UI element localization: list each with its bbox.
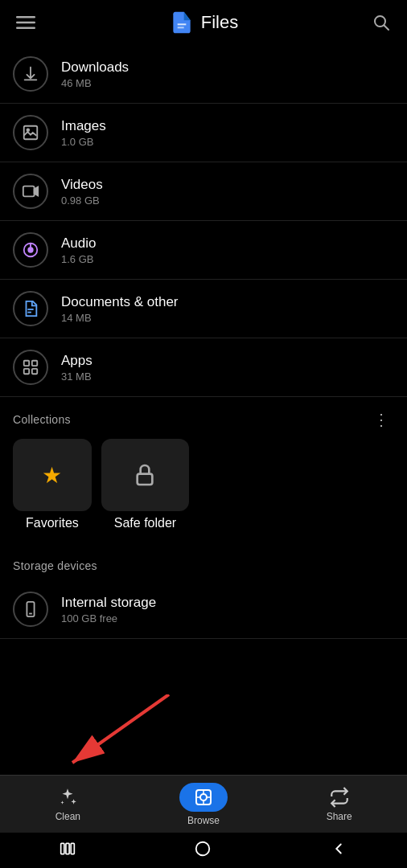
collections-more-button[interactable]: ⋮ bbox=[368, 408, 394, 431]
apps-label: Apps bbox=[61, 353, 92, 369]
recents-button[interactable] bbox=[43, 834, 92, 867]
svg-rect-14 bbox=[24, 361, 29, 366]
browse-pill bbox=[179, 783, 228, 812]
images-size: 1.0 GB bbox=[61, 136, 106, 148]
browse-icon bbox=[194, 788, 213, 807]
documents-icon bbox=[13, 291, 48, 326]
share-icon bbox=[329, 787, 350, 808]
collection-item-safe-folder[interactable]: Safe folder bbox=[101, 439, 189, 537]
home-button[interactable] bbox=[178, 833, 228, 868]
top-bar: Files bbox=[0, 0, 407, 45]
hamburger-button[interactable] bbox=[13, 10, 39, 35]
images-label: Images bbox=[61, 118, 106, 134]
svg-point-32 bbox=[196, 841, 210, 855]
collection-item-favorites[interactable]: ★ Favorites bbox=[13, 439, 92, 537]
app-title: Files bbox=[201, 12, 238, 33]
internal-storage-label: Internal storage bbox=[61, 595, 156, 611]
nav-item-browse[interactable]: Browse bbox=[136, 776, 272, 833]
file-item-apps[interactable]: Apps 31 MB bbox=[0, 338, 407, 397]
favorites-label: Favorites bbox=[13, 511, 92, 537]
audio-icon bbox=[13, 232, 48, 268]
file-item-downloads[interactable]: Downloads 46 MB bbox=[0, 45, 407, 104]
app-icon bbox=[169, 10, 195, 35]
videos-icon bbox=[13, 174, 48, 209]
svg-line-4 bbox=[384, 26, 388, 31]
svg-line-22 bbox=[72, 694, 169, 763]
file-category-list: Downloads 46 MB Images 1.0 GB Videos 0.9… bbox=[0, 45, 407, 397]
svg-rect-16 bbox=[24, 369, 29, 374]
annotation-arrow bbox=[48, 694, 177, 775]
svg-point-10 bbox=[28, 248, 33, 252]
storage-header: Storage devices bbox=[0, 548, 407, 580]
videos-label: Videos bbox=[61, 177, 103, 193]
downloads-size: 46 MB bbox=[61, 77, 129, 89]
file-item-documents[interactable]: Documents & other 14 MB bbox=[0, 280, 407, 338]
audio-label: Audio bbox=[61, 235, 96, 252]
share-nav-label: Share bbox=[327, 811, 352, 822]
system-nav-bar bbox=[0, 833, 407, 868]
documents-size: 14 MB bbox=[61, 312, 179, 324]
safe-folder-label: Safe folder bbox=[101, 511, 189, 537]
svg-rect-18 bbox=[138, 474, 153, 485]
svg-rect-19 bbox=[27, 602, 34, 616]
downloads-label: Downloads bbox=[61, 59, 129, 76]
storage-title: Storage devices bbox=[13, 559, 97, 572]
nav-item-clean[interactable]: Clean bbox=[0, 780, 136, 829]
collections-grid: ★ Favorites Safe folder bbox=[0, 439, 407, 548]
safe-folder-card[interactable] bbox=[101, 439, 189, 511]
svg-rect-17 bbox=[32, 369, 37, 374]
lock-icon bbox=[132, 462, 158, 488]
downloads-icon bbox=[13, 56, 48, 92]
images-icon bbox=[13, 115, 48, 150]
svg-rect-30 bbox=[66, 843, 69, 854]
storage-item-internal[interactable]: Internal storage 100 GB free bbox=[0, 580, 407, 639]
svg-rect-31 bbox=[71, 843, 74, 854]
search-button[interactable] bbox=[368, 10, 394, 35]
svg-point-7 bbox=[27, 129, 29, 131]
file-item-videos[interactable]: Videos 0.98 GB bbox=[0, 162, 407, 221]
audio-size: 1.6 GB bbox=[61, 253, 96, 265]
internal-storage-detail: 100 GB free bbox=[61, 612, 156, 624]
file-item-images[interactable]: Images 1.0 GB bbox=[0, 104, 407, 162]
browse-nav-label: Browse bbox=[187, 815, 220, 826]
apps-size: 31 MB bbox=[61, 371, 92, 383]
svg-rect-0 bbox=[16, 16, 35, 18]
documents-label: Documents & other bbox=[61, 294, 179, 310]
svg-rect-8 bbox=[23, 186, 35, 197]
svg-rect-29 bbox=[60, 843, 64, 854]
nav-item-share[interactable]: Share bbox=[271, 780, 407, 829]
internal-storage-icon bbox=[13, 592, 48, 627]
star-icon: ★ bbox=[42, 462, 62, 489]
collections-header: Collections ⋮ bbox=[0, 397, 407, 439]
back-button[interactable] bbox=[314, 833, 364, 868]
videos-size: 0.98 GB bbox=[61, 194, 103, 207]
collections-title: Collections bbox=[13, 413, 71, 426]
svg-rect-2 bbox=[16, 27, 35, 30]
apps-icon bbox=[13, 350, 48, 385]
bottom-nav: Clean Browse Share bbox=[0, 775, 407, 833]
clean-sparkle-icon bbox=[57, 787, 78, 808]
clean-nav-label: Clean bbox=[56, 811, 80, 822]
app-title-area: Files bbox=[169, 10, 238, 35]
file-item-audio[interactable]: Audio 1.6 GB bbox=[0, 221, 407, 280]
svg-rect-1 bbox=[16, 22, 35, 24]
svg-rect-15 bbox=[32, 361, 37, 366]
favorites-card[interactable]: ★ bbox=[13, 439, 92, 511]
svg-point-24 bbox=[200, 794, 207, 800]
